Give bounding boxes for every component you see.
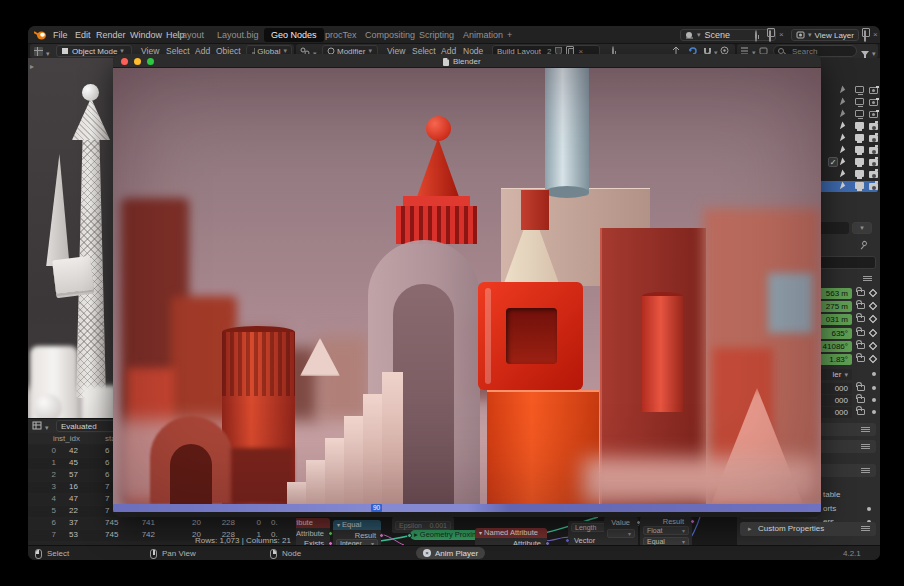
hide-viewport-icon[interactable] <box>855 182 864 189</box>
menu-window[interactable]: Window <box>126 30 166 40</box>
disable-render-icon[interactable] <box>869 159 878 166</box>
animate-icon[interactable] <box>867 507 871 511</box>
spreadsheet-editor-type-icon[interactable]: ▾ <box>32 421 49 432</box>
lock-icon[interactable] <box>857 330 865 336</box>
remove-view-layer-icon[interactable]: × <box>873 30 878 39</box>
disable-render-icon[interactable] <box>869 135 878 142</box>
lock-icon[interactable] <box>857 397 865 403</box>
lock-icon[interactable] <box>857 343 865 349</box>
top-menu-bar: File Edit Render Window Help Layout Layo… <box>28 26 880 44</box>
anim-player-button[interactable]: × Anim Player <box>416 547 485 559</box>
mouse-left-icon <box>35 549 46 560</box>
disable-render-icon[interactable] <box>869 99 878 106</box>
animate-icon[interactable] <box>872 398 876 402</box>
panel-menu-icon[interactable] <box>861 444 870 449</box>
workspace-tab-layout[interactable]: Layout <box>170 28 211 42</box>
collection-checkbox[interactable]: ✓ <box>828 157 838 167</box>
socket-compare-result[interactable] <box>690 519 695 524</box>
lock-icon[interactable] <box>857 316 865 322</box>
hide-viewport-icon[interactable] <box>855 158 864 165</box>
disable-render-icon[interactable] <box>869 183 878 190</box>
disable-render-icon[interactable] <box>869 171 878 178</box>
lock-icon[interactable] <box>857 303 865 309</box>
hide-viewport-icon[interactable] <box>855 134 864 141</box>
view-layer-selector[interactable]: ▾ View Layer <box>791 29 859 41</box>
selectable-icon[interactable] <box>840 134 846 143</box>
maximize-window-icon[interactable] <box>147 58 154 65</box>
timeline-bar[interactable]: 90 <box>113 504 821 512</box>
socket-result[interactable] <box>379 533 384 538</box>
hide-viewport-icon[interactable] <box>855 86 864 93</box>
workspace-tab-proctex[interactable]: procTex <box>318 28 364 42</box>
scene-name: Scene <box>705 30 731 40</box>
panel-menu-icon[interactable] <box>861 427 870 432</box>
selectable-icon[interactable] <box>840 98 846 107</box>
value-dropdown[interactable]: ▾ <box>607 529 635 538</box>
close-window-icon[interactable] <box>121 58 128 65</box>
scene-selector[interactable]: ▾ Scene <box>680 29 776 41</box>
workspace-tab-geo-nodes[interactable]: Geo Nodes <box>264 28 324 42</box>
workspace-tab-layout-big[interactable]: Layout.big <box>210 28 266 42</box>
disable-render-icon[interactable] <box>869 123 878 130</box>
hide-viewport-icon[interactable] <box>855 110 864 117</box>
new-scene-icon[interactable] <box>766 31 771 41</box>
table-row[interactable]: 6377457412022800. <box>28 518 296 529</box>
compare-operation-dropdown[interactable]: Equal▾ <box>643 537 689 545</box>
lock-icon[interactable] <box>857 409 865 415</box>
window-title-group: Blender <box>443 57 481 66</box>
properties-breadcrumb-dropdown[interactable]: ▾ <box>852 222 872 234</box>
transform-panel-menu-icon[interactable] <box>863 276 872 281</box>
add-workspace-button[interactable]: + <box>500 28 519 42</box>
panel-menu-icon[interactable] <box>861 468 870 473</box>
lock-icon[interactable] <box>857 356 865 362</box>
panel-menu-icon[interactable] <box>861 526 870 531</box>
socket-proximity-in[interactable] <box>407 533 412 538</box>
hide-viewport-icon[interactable] <box>855 122 864 129</box>
lock-icon[interactable] <box>857 290 865 296</box>
selectable-icon[interactable] <box>840 86 846 95</box>
lock-icon[interactable] <box>857 385 865 391</box>
panel-header-custom-properties[interactable]: ▸ Custom Properties <box>740 522 876 536</box>
window-title: Blender <box>453 57 481 66</box>
menu-file[interactable]: File <box>49 30 72 40</box>
hide-viewport-icon[interactable] <box>855 98 864 105</box>
disable-render-icon[interactable] <box>869 87 878 94</box>
unlink-scene-icon[interactable]: × <box>779 30 784 39</box>
socket-vector-in[interactable] <box>565 538 570 543</box>
disable-render-icon[interactable] <box>869 111 878 118</box>
blender-logo-icon[interactable] <box>34 30 47 42</box>
selectable-icon[interactable] <box>840 182 846 191</box>
animate-icon[interactable] <box>872 410 876 414</box>
render-window-titlebar[interactable]: Blender <box>113 54 821 68</box>
current-frame-badge[interactable]: 90 <box>371 504 382 512</box>
new-view-layer-icon[interactable] <box>861 31 866 41</box>
clay-tower-sphere <box>82 84 99 101</box>
animate-icon[interactable] <box>872 372 876 376</box>
menu-edit[interactable]: Edit <box>71 30 95 40</box>
selectable-icon[interactable] <box>840 170 846 179</box>
menu-render[interactable]: Render <box>92 30 130 40</box>
column-header-inst-idx[interactable]: inst_idx <box>48 434 80 443</box>
status-pan-label: Pan View <box>162 549 196 558</box>
stop-player-icon[interactable]: × <box>423 549 431 557</box>
animate-icon[interactable] <box>872 386 876 390</box>
editor-type-icon[interactable]: ▾ <box>34 47 50 58</box>
epsilon-input[interactable]: Epsilon0.001 <box>395 521 451 530</box>
selectable-icon[interactable] <box>840 158 846 167</box>
minimize-window-icon[interactable] <box>134 58 141 65</box>
selectable-icon[interactable] <box>840 110 846 119</box>
disable-render-icon[interactable] <box>869 147 878 154</box>
hide-viewport-icon[interactable] <box>855 170 864 177</box>
render-window[interactable]: Blender <box>113 54 821 517</box>
compare-type-dropdown[interactable]: Float▾ <box>643 526 689 535</box>
toolbar-expand-icon[interactable]: ▸ <box>30 62 34 71</box>
filter-funnel-dropdown[interactable]: ▾ <box>861 48 876 58</box>
mouse-middle-icon <box>150 549 161 560</box>
hide-viewport-icon[interactable] <box>855 146 864 153</box>
pin-scene-icon[interactable] <box>755 31 757 41</box>
selectable-icon[interactable] <box>840 122 846 131</box>
selectable-icon[interactable] <box>840 146 846 155</box>
render-window-footer <box>113 512 821 517</box>
workspace-tab-scripting[interactable]: Scripting <box>412 28 461 42</box>
pin-id-icon[interactable] <box>862 238 867 248</box>
